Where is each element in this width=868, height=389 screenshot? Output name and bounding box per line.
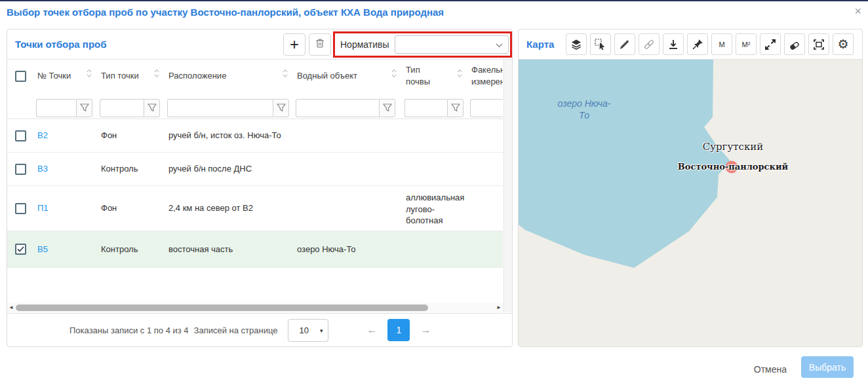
row-checkbox[interactable] [15, 130, 26, 141]
sampling-points-panel: Точки отбора проб + Нормативы № Точки [7, 29, 513, 347]
table-panel-header: Точки отбора проб + Нормативы [7, 29, 512, 60]
row-checkbox[interactable] [15, 203, 26, 214]
sort-icon[interactable] [391, 69, 397, 80]
table-row[interactable]: П1 Фон 2,4 км на север от В2 аллювиальна… [7, 186, 503, 231]
check-icon [17, 246, 24, 252]
map-panel-title: Карта [526, 39, 554, 50]
select-button[interactable]: Выбрать [801, 356, 854, 378]
filter-input-soil[interactable] [404, 99, 447, 117]
point-id-link[interactable]: П1 [32, 202, 96, 214]
draw-button[interactable] [614, 33, 635, 55]
point-id-link[interactable]: В3 [32, 163, 96, 175]
pagination-bar: Показаны записи с 1 по 4 из 4 Записей на… [7, 313, 512, 346]
column-header-type: Тип точки [96, 60, 163, 92]
gear-icon: ⚙ [837, 38, 848, 50]
map-panel: Карта М М² [518, 29, 863, 347]
row-checkbox[interactable] [15, 164, 26, 175]
filter-input-location[interactable] [167, 99, 273, 117]
table-row[interactable]: В2 Фон ручей б/н, исток оз. Нюча-То [7, 119, 503, 153]
point-id-link[interactable]: В5 [32, 244, 96, 255]
select-features-button[interactable] [590, 33, 611, 55]
trash-icon [313, 37, 326, 52]
filter-input-water[interactable] [296, 99, 379, 117]
scroll-left-arrow-icon[interactable]: ◄ [9, 305, 14, 310]
close-icon[interactable]: × [854, 5, 861, 17]
caret-down-icon: ▾ [320, 327, 323, 334]
measure-length-button[interactable]: М [711, 33, 732, 55]
layers-icon [570, 38, 583, 51]
cursor-select-icon [594, 38, 607, 51]
settings-button[interactable]: ⚙ [833, 33, 854, 55]
layers-button[interactable] [566, 33, 587, 55]
plus-icon: + [290, 35, 299, 54]
table-panel-title: Точки отбора проб [15, 39, 107, 50]
vertical-scrollbar[interactable] [503, 60, 512, 312]
sort-icon[interactable] [87, 69, 92, 80]
pagination-summary: Показаны записи с 1 по 4 из 4 [69, 325, 189, 335]
funnel-icon[interactable] [379, 99, 395, 117]
window-top-edge [0, 0, 868, 1]
prev-page-arrow[interactable]: ← [366, 324, 377, 336]
horizontal-scrollbar-thumb[interactable] [16, 305, 428, 311]
map-toolbar: М М² ⚙ [566, 33, 854, 55]
funnel-icon[interactable] [273, 99, 289, 117]
table-row[interactable]: В3 Контроль ручей б/н после ДНС [7, 153, 503, 186]
table-body: В2 Фон ручей б/н, исток оз. Нюча-То В3 К… [7, 119, 503, 268]
point-id-link[interactable]: В2 [32, 130, 96, 141]
fit-extent-button[interactable] [808, 33, 829, 55]
link-icon [642, 38, 656, 51]
funnel-icon[interactable] [76, 99, 92, 117]
normativy-label: Нормативы [340, 39, 389, 50]
download-icon [667, 38, 680, 51]
sort-icon[interactable] [457, 69, 462, 80]
chevron-down-icon [496, 43, 503, 48]
scroll-right-arrow-icon[interactable]: ► [496, 305, 502, 310]
link-button[interactable] [639, 33, 660, 55]
filter-row [7, 92, 503, 119]
row-checkbox-checked[interactable] [15, 244, 26, 255]
measure-area-button[interactable]: М² [736, 33, 757, 55]
lake-label: озеро Нюча- То [545, 98, 623, 121]
frame-icon [812, 38, 825, 51]
eraser-button[interactable] [784, 33, 805, 55]
sort-icon[interactable] [283, 69, 288, 80]
select-all-checkbox[interactable] [15, 71, 26, 82]
map-panel-header: Карта М М² [519, 29, 862, 60]
district-label: Сургутский [694, 141, 772, 153]
per-page-select[interactable]: 10 ▾ [288, 319, 328, 342]
funnel-icon[interactable] [447, 99, 464, 117]
page-number-button[interactable]: 1 [387, 319, 410, 341]
column-header-water: Водный объект [292, 60, 401, 92]
sort-icon[interactable] [154, 69, 159, 80]
dialog-title: Выбор точек отбора проб по участку Восто… [7, 7, 444, 18]
expand-button[interactable] [760, 33, 781, 55]
per-page-label: Записей на странице [194, 325, 278, 335]
next-page-arrow[interactable]: → [420, 324, 431, 336]
column-header-flare: Факельн измерени [466, 60, 503, 92]
cancel-button[interactable]: Отмена [754, 364, 787, 375]
column-header-soil: Тип почвы [401, 60, 466, 92]
column-header-id: № Точки [32, 60, 96, 92]
normativy-select[interactable] [395, 35, 509, 54]
table-row-selected[interactable]: В5 Контроль восточная часть озеро Нюча-Т… [7, 231, 503, 268]
normativy-highlight-box: Нормативы [333, 31, 512, 58]
map-canvas[interactable]: озеро Нюча- То Сургутский Восточно-панло… [519, 60, 862, 346]
column-header-location: Расположение [163, 60, 292, 92]
delete-point-button[interactable] [309, 33, 331, 56]
site-label: Восточно-панлорский [674, 162, 792, 172]
filter-input-flare[interactable] [470, 99, 503, 117]
filter-input-type[interactable] [100, 99, 144, 117]
add-point-button[interactable]: + [283, 33, 306, 56]
pushpin-icon [691, 38, 704, 51]
expand-arrows-icon [764, 38, 777, 51]
funnel-icon[interactable] [144, 99, 160, 117]
pin-button[interactable] [687, 33, 708, 55]
filter-input-id[interactable] [36, 99, 76, 117]
pencil-icon [618, 38, 631, 51]
horizontal-scrollbar[interactable]: ◄ ► [7, 303, 503, 313]
table-header-row: № Точки Тип точки Расположение Водный об… [7, 60, 503, 92]
eraser-icon [788, 38, 801, 51]
download-button[interactable] [663, 33, 684, 55]
